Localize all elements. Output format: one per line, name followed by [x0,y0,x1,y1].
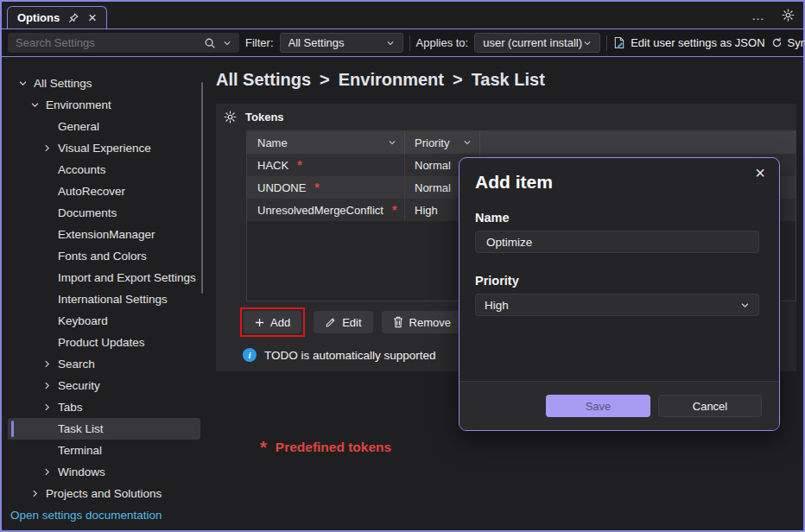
json-file-icon [613,36,625,49]
sidebar-item-keyboard[interactable]: Keyboard [8,310,200,332]
chevron-down-icon[interactable] [30,100,46,110]
tree-item-label: Environment [46,98,111,111]
breadcrumb: All Settings > Environment > Task List [216,70,545,90]
tokens-table-header: Name Priority [247,131,795,154]
token-name: UNDONE [257,181,306,194]
tree-item-label: All Settings [34,77,92,90]
add-button[interactable]: Add [244,311,301,333]
tokens-panel-title: Tokens [245,111,284,124]
sidebar-item-documents[interactable]: Documents [8,202,200,224]
chevron-right-icon[interactable] [42,467,58,477]
predefined-marker: * [297,158,301,172]
filter-label: Filter: [245,36,274,49]
tree-item-label: AutoRecover [58,185,125,198]
sidebar-item-task-list[interactable]: Task List [8,418,200,440]
options-window: Options × … Filter: All Settings [0,0,805,532]
sidebar-item-search[interactable]: Search [8,353,200,375]
settings-tree: All Settings Environment General Visual … [2,57,206,530]
tree-item-label: Documents [58,206,117,219]
search-options-chevron-icon[interactable] [223,39,231,48]
filter-value: All Settings [288,36,386,49]
column-header-name[interactable]: Name [247,131,405,154]
breadcrumb-separator: > [320,70,330,90]
sidebar-item-accounts[interactable]: Accounts [8,159,200,180]
chevron-down-icon[interactable] [463,138,472,147]
token-name: HACK [257,159,288,172]
open-settings-documentation-link[interactable]: Open settings documentation [10,509,162,522]
tree-item-label: ExtensionManager [58,228,155,241]
options-tab[interactable]: Options × [7,6,107,28]
sidebar-item-projects-and-solutions[interactable]: Projects and Solutions [8,483,200,504]
chevron-down-icon [583,39,592,48]
chevron-down-icon[interactable] [18,79,34,88]
sidebar-item-extensionmanager[interactable]: ExtensionManager [8,224,200,245]
breadcrumb-separator: > [453,70,463,90]
remove-button[interactable]: Remove [382,311,462,333]
search-icon[interactable] [204,37,216,49]
tree-item-label: Import and Export Settings [58,271,196,284]
sidebar-item-general[interactable]: General [8,116,200,137]
breadcrumb-task-list: Task List [472,70,545,90]
tree-item-label: Accounts [58,163,106,176]
filter-dropdown[interactable]: All Settings [280,33,403,53]
selection-indicator [11,421,14,437]
sync-icon [771,37,783,48]
chevron-right-icon[interactable] [42,402,58,412]
tokens-gear-icon [224,111,237,124]
plus-icon [255,318,264,327]
chevron-down-icon[interactable] [388,138,396,147]
chevron-right-icon[interactable] [42,359,58,369]
sidebar-item-international-settings[interactable]: International Settings [8,288,200,310]
sidebar-scrollbar[interactable] [201,82,203,294]
chevron-right-icon[interactable] [42,381,58,390]
dialog-close-icon[interactable]: × [755,163,765,183]
sidebar-item-terminal[interactable]: Terminal [8,440,200,461]
footnote-label: Predefined tokens [276,440,391,455]
tree-item-label: Task List [58,422,104,435]
pin-icon[interactable] [68,12,79,23]
sidebar-item-all-settings[interactable]: All Settings [8,73,200,94]
sidebar-item-windows[interactable]: Windows [8,461,200,483]
edit-json-button[interactable]: Edit user settings as JSON [613,36,764,49]
name-field[interactable] [475,231,759,253]
tree-item-label: Fonts and Colors [58,250,147,263]
more-options-icon[interactable]: … [751,13,765,18]
tab-title: Options [17,11,60,24]
sidebar-item-autorecover[interactable]: AutoRecover [8,180,200,202]
edit-button[interactable]: Edit [314,311,372,333]
applies-to-dropdown[interactable]: user (current install) [474,33,600,53]
priority-dropdown[interactable]: High [475,294,759,316]
sidebar-item-security[interactable]: Security [8,375,200,396]
edit-json-label: Edit user settings as JSON [631,36,764,49]
sidebar-item-import-export-settings[interactable]: Import and Export Settings [8,267,200,288]
tree-item-label: Search [58,358,95,370]
priority-label: Priority [475,274,519,288]
gear-icon[interactable] [782,9,795,22]
search-input[interactable] [16,36,197,49]
column-header-priority[interactable]: Priority [405,131,480,154]
tree-item-label: Visual Experience [58,142,151,155]
breadcrumb-all-settings: All Settings [216,70,311,90]
chevron-right-icon[interactable] [30,489,46,498]
sidebar-item-product-updates[interactable]: Product Updates [8,332,200,353]
sidebar-item-tabs[interactable]: Tabs [8,396,200,418]
sync-button[interactable]: Sync [771,36,805,49]
predefined-tokens-footnote: * Predefined tokens [260,439,391,456]
tree-item-label: International Settings [58,293,168,306]
sidebar-item-environment[interactable]: Environment [8,94,200,116]
search-settings-box[interactable] [8,33,239,53]
toolbar-divider [606,35,607,51]
chevron-down-icon [386,39,395,48]
cancel-button[interactable]: Cancel [658,395,762,417]
save-button[interactable]: Save [546,395,650,417]
tree-item-label: Keyboard [58,314,108,327]
chevron-right-icon[interactable] [42,143,58,153]
tree-item-label: Windows [58,466,105,478]
sidebar-item-fonts-and-colors[interactable]: Fonts and Colors [8,245,200,267]
token-priority: Normal [415,181,451,194]
sidebar-item-visual-experience[interactable]: Visual Experience [8,137,200,159]
trash-icon [393,316,403,328]
tree-item-label: Projects and Solutions [46,487,162,500]
tab-close-icon[interactable]: × [88,10,97,25]
add-button-annotation: Add [240,307,305,337]
